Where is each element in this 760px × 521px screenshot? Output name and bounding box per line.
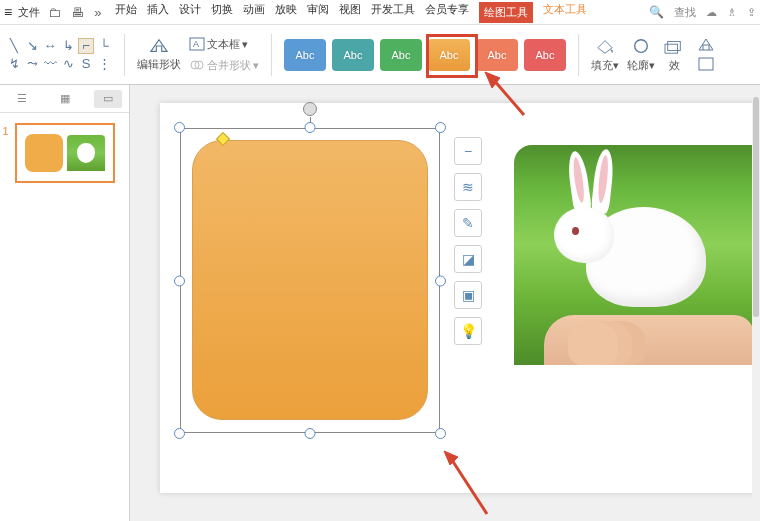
zoom-out-icon[interactable]: − xyxy=(454,137,482,165)
human-hand xyxy=(544,315,754,365)
vertical-scrollbar[interactable] xyxy=(752,85,760,521)
shape-elbow2-icon[interactable]: └ xyxy=(96,38,112,54)
tab-home[interactable]: 开始 xyxy=(115,2,137,23)
shape-more-icon[interactable]: ⋮ xyxy=(96,56,112,72)
resize-handle-r[interactable] xyxy=(435,275,446,286)
shape-arrow-icon[interactable]: ↘ xyxy=(24,38,40,54)
tab-vip[interactable]: 会员专享 xyxy=(425,2,469,23)
search-icon[interactable]: 🔍 xyxy=(649,5,664,19)
shape-doublearrow-icon[interactable]: ↔ xyxy=(42,38,58,54)
layers-icon[interactable]: ≋ xyxy=(454,173,482,201)
shape-wave2-icon[interactable]: ∿ xyxy=(60,56,76,72)
more-icon[interactable]: » xyxy=(92,3,103,22)
tab-drawing-tools[interactable]: 绘图工具 xyxy=(479,2,533,23)
resize-handle-tl[interactable] xyxy=(174,122,185,133)
selected-shape-container[interactable] xyxy=(180,128,440,433)
style-orange[interactable]: Abc xyxy=(428,39,470,71)
resize-handle-bl[interactable] xyxy=(174,428,185,439)
share-icon[interactable]: ⇪ xyxy=(747,6,756,19)
shape-curve-icon[interactable]: ↯ xyxy=(6,56,22,72)
shape-wave-icon[interactable]: 〰 xyxy=(42,56,58,72)
slide-thumbnail-1[interactable]: 1 xyxy=(15,123,115,183)
floating-toolbar: − ≋ ✎ ◪ ▣ 💡 xyxy=(454,137,482,345)
svg-rect-6 xyxy=(668,41,681,50)
rabbit-ear xyxy=(566,150,592,214)
idea-icon[interactable]: 💡 xyxy=(454,317,482,345)
slide-number: 1 xyxy=(3,125,9,137)
file-menu[interactable]: 文件 xyxy=(18,5,40,20)
rabbit-ear xyxy=(591,148,616,214)
shape-zigzag-icon[interactable]: ⤳ xyxy=(24,56,40,72)
tab-animation[interactable]: 动画 xyxy=(243,2,265,23)
resize-handle-br[interactable] xyxy=(435,428,446,439)
shape-s-icon[interactable]: S xyxy=(78,56,94,72)
shape-styles-gallery: Abc Abc Abc Abc Abc Abc xyxy=(284,39,566,71)
style-blue[interactable]: Abc xyxy=(284,39,326,71)
title-bar: ≡ 文件 🗀 🖶 » 开始 插入 设计 切换 动画 放映 审阅 视图 开发工具 … xyxy=(0,0,760,25)
shape-gallery[interactable]: ╲ ↘ ↔ ↳ ⌐ └ ↯ ⤳ 〰 ∿ S ⋮ xyxy=(6,38,112,72)
tab-design[interactable]: 设计 xyxy=(179,2,201,23)
rabbit-head xyxy=(554,207,614,263)
effects-button[interactable]: 效 xyxy=(663,37,685,73)
shape3d-icon[interactable] xyxy=(697,37,715,53)
resize-handle-t[interactable] xyxy=(305,122,316,133)
resize-handle-l[interactable] xyxy=(174,275,185,286)
align-icon[interactable] xyxy=(697,56,715,72)
slide-thumbnail-panel: ☰ ▦ ▭ 1 xyxy=(0,85,130,521)
canvas-area: − ≋ ✎ ◪ ▣ 💡 xyxy=(130,85,760,521)
style-green[interactable]: Abc xyxy=(380,39,422,71)
normal-view-icon[interactable]: ▭ xyxy=(94,90,122,108)
thumbnail-shape-preview xyxy=(25,134,63,172)
rabbit-eye xyxy=(572,227,579,235)
svg-text:A: A xyxy=(193,39,199,49)
save-icon[interactable]: 🗀 xyxy=(46,3,63,22)
user-icon[interactable]: ♗ xyxy=(727,6,737,19)
svg-rect-8 xyxy=(699,58,713,70)
svg-marker-0 xyxy=(151,40,167,52)
scrollbar-thumb[interactable] xyxy=(753,97,759,317)
resize-handle-tr[interactable] xyxy=(435,122,446,133)
eyedropper-icon[interactable]: ✎ xyxy=(454,209,482,237)
tab-text-tools[interactable]: 文本工具 xyxy=(543,2,587,23)
outline-button[interactable]: 轮廓▾ xyxy=(627,37,655,73)
tab-review[interactable]: 审阅 xyxy=(307,2,329,23)
style-red[interactable]: Abc xyxy=(524,39,566,71)
ribbon-tabs: 开始 插入 设计 切换 动画 放映 审阅 视图 开发工具 会员专享 绘图工具 文… xyxy=(115,2,587,23)
shape-connector-icon[interactable]: ↳ xyxy=(60,38,76,54)
rabbit-image[interactable] xyxy=(514,145,760,365)
rotate-handle[interactable] xyxy=(303,102,317,116)
view-switcher: ☰ ▦ ▭ xyxy=(0,85,129,113)
merge-shapes-button: 合并形状▾ xyxy=(189,58,259,73)
tab-slideshow[interactable]: 放映 xyxy=(275,2,297,23)
tab-dev[interactable]: 开发工具 xyxy=(371,2,415,23)
rounded-rectangle-shape[interactable] xyxy=(192,140,428,420)
thumbnail-image-preview xyxy=(67,135,105,171)
tab-transition[interactable]: 切换 xyxy=(211,2,233,23)
print-icon[interactable]: 🖶 xyxy=(69,3,86,22)
style-coral[interactable]: Abc xyxy=(476,39,518,71)
fill-button[interactable]: 填充▾ xyxy=(591,37,619,73)
menu-icon[interactable]: ≡ xyxy=(4,4,12,20)
frame-icon[interactable]: ▣ xyxy=(454,281,482,309)
slide-canvas[interactable]: − ≋ ✎ ◪ ▣ 💡 xyxy=(160,103,760,493)
svg-point-5 xyxy=(635,39,648,52)
ribbon-toolbar: ╲ ↘ ↔ ↳ ⌐ └ ↯ ⤳ 〰 ∿ S ⋮ 编辑形状 A 文本框▾ 合并形状… xyxy=(0,25,760,85)
shape-line-icon[interactable]: ╲ xyxy=(6,38,22,54)
grid-view-icon[interactable]: ▦ xyxy=(51,90,79,108)
shape-elbow-icon[interactable]: ⌐ xyxy=(78,38,94,54)
tab-view[interactable]: 视图 xyxy=(339,2,361,23)
image-crop-icon[interactable]: ◪ xyxy=(454,245,482,273)
search-label[interactable]: 查找 xyxy=(674,5,696,20)
edit-shape-button[interactable]: 编辑形状 xyxy=(137,37,181,72)
textbox-button[interactable]: A 文本框▾ xyxy=(189,37,259,52)
style-teal[interactable]: Abc xyxy=(332,39,374,71)
outline-view-icon[interactable]: ☰ xyxy=(8,90,36,108)
svg-rect-7 xyxy=(665,44,678,53)
cloud-icon[interactable]: ☁ xyxy=(706,6,717,19)
resize-handle-b[interactable] xyxy=(305,428,316,439)
tab-insert[interactable]: 插入 xyxy=(147,2,169,23)
